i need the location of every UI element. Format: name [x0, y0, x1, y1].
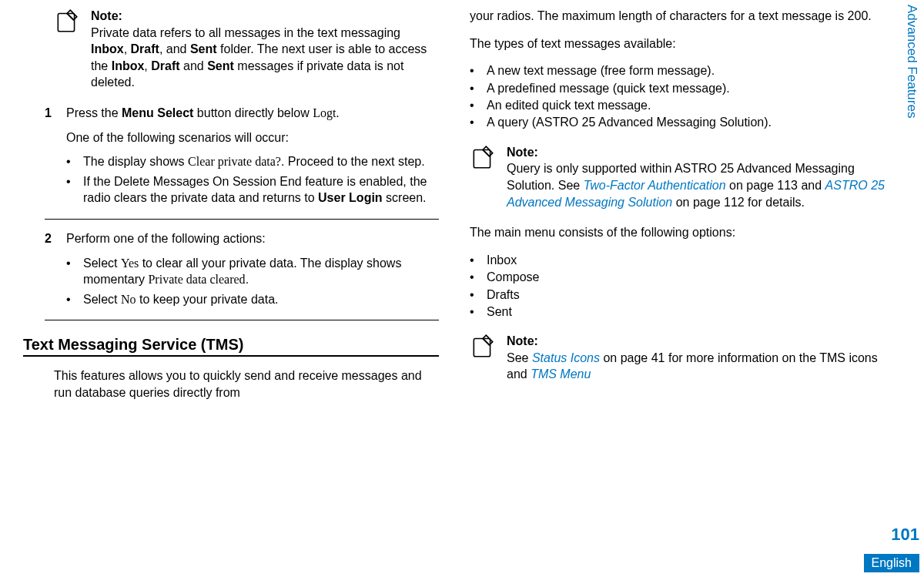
list-item: •A new text message (free form message). [470, 62, 886, 79]
step-2: 2 Perform one of the following actions: … [23, 230, 439, 310]
note-text: Private data refers to all messages in t… [91, 26, 427, 89]
menu-list: •Inbox •Compose •Drafts •Sent [470, 252, 886, 321]
list-item: • Select No to keep your private data. [66, 291, 439, 308]
list-item: • If the Delete Messages On Session End … [66, 173, 439, 206]
language-badge: English [864, 554, 919, 572]
list-item: •Sent [470, 304, 886, 320]
sidebar-label: Advanced Features [904, 5, 919, 118]
step1-bullets: • The display shows Clear private data?.… [66, 153, 439, 206]
step2-line1: Perform one of the following actions: [66, 230, 439, 247]
list-item: •A predefined message (quick text messag… [470, 80, 886, 97]
svg-rect-2 [474, 339, 490, 357]
section-divider [23, 355, 439, 357]
list-item: • The display shows Clear private data?.… [66, 153, 439, 170]
note-title: Note: [507, 146, 538, 159]
list-item: •Inbox [470, 252, 886, 269]
section-title-tms: Text Messaging Service (TMS) [23, 336, 439, 354]
right-column: your radios. The maximum length of chara… [470, 8, 886, 569]
note-icon [54, 8, 80, 91]
step-number: 1 [45, 105, 55, 210]
svg-rect-0 [58, 13, 74, 31]
page: Note: Private data refers to all message… [0, 0, 924, 577]
step-content: Press the Menu Select button directly be… [66, 105, 439, 210]
note-title: Note: [507, 334, 538, 347]
note-body: Note: Private data refers to all message… [91, 8, 439, 91]
step2-bullets: • Select Yes to clear all your private d… [66, 255, 439, 308]
note-body: Note: Query is only supported within AST… [507, 144, 886, 210]
types-intro: The types of text messages available: [470, 35, 886, 52]
page-number: 101 [891, 525, 919, 545]
step-number: 2 [45, 230, 55, 310]
note-title: Note: [91, 9, 122, 22]
top-para: your radios. The maximum length of chara… [470, 8, 886, 25]
note-body: Note: See Status Icons on page 41 for mo… [507, 333, 886, 383]
list-item: •An edited quick text message. [470, 97, 886, 114]
note-icon [470, 144, 496, 210]
list-item: •Compose [470, 269, 886, 286]
section-body: This features allows you to quickly send… [23, 367, 439, 401]
note-icon [470, 333, 496, 383]
link-status-icons[interactable]: Status Icons [532, 351, 600, 364]
step1-line1: Press the Menu Select button directly be… [66, 105, 439, 122]
step-1: 1 Press the Menu Select button directly … [23, 105, 439, 210]
divider [45, 219, 439, 220]
svg-rect-1 [474, 149, 490, 167]
note-private-data: Note: Private data refers to all message… [23, 8, 439, 91]
menu-intro: The main menu consists of the following … [470, 224, 886, 241]
list-item: •A query (ASTRO 25 Advanced Messaging So… [470, 114, 886, 131]
types-list: •A new text message (free form message).… [470, 62, 886, 132]
link-tms-menu[interactable]: TMS Menu [531, 367, 591, 381]
list-item: • Select Yes to clear all your private d… [66, 255, 439, 288]
divider [45, 320, 439, 320]
note-query: Note: Query is only supported within AST… [470, 144, 886, 210]
step-content: Perform one of the following actions: • … [66, 230, 439, 310]
list-item: •Drafts [470, 287, 886, 304]
link-two-factor[interactable]: Two-Factor Authentication [584, 179, 726, 192]
note-status-icons: Note: See Status Icons on page 41 for mo… [470, 333, 886, 383]
step1-line2: One of the following scenarios will occu… [66, 129, 439, 146]
left-column: Note: Private data refers to all message… [23, 8, 439, 569]
